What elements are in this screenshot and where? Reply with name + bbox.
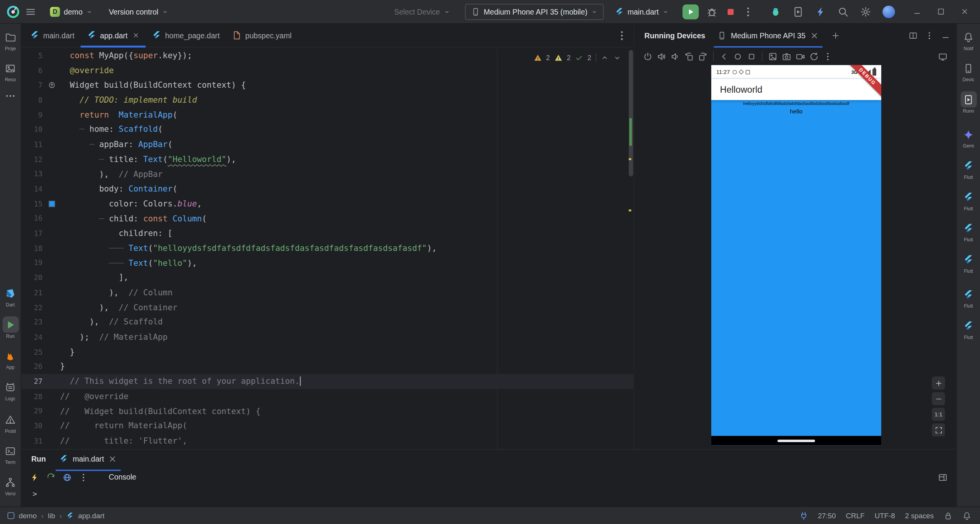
search-icon[interactable] — [838, 6, 849, 17]
code-line[interactable]: 17 children: [ — [21, 226, 634, 241]
code-line[interactable]: 25 } — [21, 344, 634, 359]
tool-stripe-resource-manager[interactable]: Reso — [0, 60, 21, 83]
line-number[interactable]: 12 — [21, 155, 44, 164]
zoom-in-button[interactable] — [932, 377, 945, 390]
tool-stripe-project[interactable]: Proje — [0, 29, 21, 51]
tool-stripe-more-tool-windows[interactable] — [0, 88, 21, 104]
phone-nav-bar[interactable] — [711, 436, 881, 445]
line-number[interactable]: 22 — [21, 303, 44, 312]
override-marker-icon[interactable] — [48, 82, 56, 89]
debug-button[interactable] — [706, 6, 717, 17]
run-config-dropdown[interactable]: main.dart — [611, 3, 673, 20]
volume-down-icon[interactable] — [670, 50, 681, 62]
code-line[interactable]: 7 Widget build(BuildContext context) { — [21, 78, 634, 93]
line-number[interactable]: 21 — [21, 288, 44, 297]
line-number[interactable]: 9 — [21, 110, 44, 119]
hot-restart-icon[interactable] — [46, 472, 56, 481]
caret-position[interactable]: 27:50 — [818, 512, 836, 519]
code-line[interactable]: 22 ), // Container — [21, 300, 634, 315]
notifications-icon[interactable] — [962, 511, 971, 520]
main-menu-icon[interactable] — [25, 6, 36, 17]
code-line[interactable]: 29// Widget build(BuildContext context) … — [21, 404, 634, 419]
code-line[interactable]: 20 ], — [21, 270, 634, 285]
maximize-button[interactable] — [931, 0, 950, 23]
rotate-right-icon[interactable] — [697, 50, 709, 62]
tool-stripe-run[interactable]: Run — [0, 316, 21, 339]
add-device-icon[interactable] — [831, 31, 840, 40]
tab-main-dart[interactable]: main.dart — [24, 23, 81, 47]
device-settings-icon[interactable] — [822, 50, 834, 62]
tool-stripe-version-control[interactable]: Versi — [0, 474, 21, 497]
tool-stripe-flutter-coverage[interactable]: Flutt — [957, 318, 980, 340]
select-device-dropdown[interactable]: Select Device — [390, 3, 454, 20]
profiler-icon[interactable] — [815, 6, 826, 17]
stop-button[interactable] — [726, 7, 735, 16]
code-line[interactable]: 10 ─ home: Scaffold( — [21, 122, 634, 137]
close-tab-icon[interactable] — [108, 455, 117, 463]
line-number[interactable]: 15 — [21, 199, 44, 208]
code-line[interactable]: 31// title: 'Flutter', — [21, 433, 634, 448]
line-number[interactable]: 28 — [21, 392, 44, 401]
device-screen[interactable]: 11:27 3G DEBUG Helloworld hell — [711, 65, 881, 445]
tab-pubspec-yaml[interactable]: pubspec.yaml — [226, 23, 298, 47]
line-number[interactable]: 10 — [21, 125, 44, 134]
crumb-project[interactable]: demo — [19, 512, 37, 519]
code-line[interactable]: 6 @override — [21, 63, 634, 78]
close-tab-icon[interactable] — [132, 32, 139, 39]
home-icon[interactable] — [732, 50, 744, 62]
gutter[interactable] — [44, 82, 60, 89]
line-number[interactable]: 18 — [21, 244, 44, 252]
line-number[interactable]: 19 — [21, 259, 44, 267]
camera-icon[interactable] — [781, 50, 792, 62]
code-line[interactable]: 21 ), // Column — [21, 285, 634, 300]
tool-stripe-device-manager[interactable]: Devic — [957, 60, 980, 83]
tab-options-icon[interactable] — [616, 30, 627, 41]
line-number[interactable]: 6 — [21, 66, 44, 75]
run-tab-main-dart[interactable]: main.dart — [56, 447, 121, 471]
line-number[interactable]: 26 — [21, 362, 44, 371]
code-editor[interactable]: 5 const MyApp({super.key});6 @override7 … — [21, 48, 634, 449]
line-number[interactable]: 25 — [21, 347, 44, 356]
user-avatar[interactable] — [882, 5, 895, 18]
power-icon[interactable] — [642, 50, 654, 62]
file-encoding[interactable]: UTF-8 — [875, 512, 895, 519]
tool-stripe-running-devices[interactable]: Runn — [957, 91, 980, 114]
code-line[interactable]: 8 // TODO: implement build — [21, 93, 634, 108]
code-line[interactable]: 19 ─── Text("hello"), — [21, 255, 634, 270]
hot-reload-icon[interactable] — [30, 472, 39, 481]
code-line[interactable]: 18 ─── Text("helloyydsfsdfafsdfdfadsfads… — [21, 241, 634, 255]
tool-stripe-app-quality-insights[interactable]: App — [0, 348, 21, 370]
tool-stripe-notifications[interactable]: Notif — [957, 29, 980, 51]
tool-stripe-flutter-outline[interactable]: Flutt — [957, 157, 980, 180]
console-output[interactable]: > — [21, 486, 956, 506]
close-tab-icon[interactable] — [810, 31, 819, 40]
device-dropdown[interactable]: Medium Phone API 35 (mobile) — [465, 3, 604, 20]
tool-stripe-logcat[interactable]: Logc — [0, 379, 21, 401]
line-number[interactable]: 23 — [21, 318, 44, 327]
device-tab[interactable]: Medium Phone API 35 — [714, 24, 822, 47]
code-line[interactable]: 15 color: Colors.blue, — [21, 196, 634, 211]
code-line[interactable]: 30// return MaterialApp( — [21, 419, 634, 434]
open-devtools-icon[interactable] — [62, 472, 72, 481]
run-button[interactable] — [683, 4, 699, 19]
tool-stripe-flutter-inspector[interactable]: Flutt — [957, 189, 980, 211]
code-line[interactable]: 26} — [21, 359, 634, 374]
tab-app-dart[interactable]: app.dart — [81, 23, 146, 47]
gutter[interactable] — [44, 201, 60, 207]
minimize-button[interactable] — [908, 0, 926, 23]
layout-settings-icon[interactable] — [938, 472, 947, 481]
indent-setting[interactable]: 2 spaces — [905, 512, 934, 519]
line-ending[interactable]: CRLF — [846, 512, 865, 519]
overview-icon[interactable] — [746, 50, 758, 62]
tab-home-page-dart[interactable]: home_page.dart — [146, 23, 226, 47]
tool-stripe-flutter-performance[interactable]: Flutt — [957, 220, 980, 243]
volume-up-icon[interactable] — [656, 50, 668, 62]
close-button[interactable] — [955, 0, 974, 23]
tool-stripe-dart-analysis[interactable]: Dart — [0, 285, 21, 308]
line-number[interactable]: 11 — [21, 140, 44, 149]
dart-analysis-server-icon[interactable] — [799, 511, 808, 520]
split-view-icon[interactable] — [909, 31, 918, 40]
crumb-file[interactable]: app.dart — [78, 512, 105, 519]
device-manager-icon[interactable] — [792, 6, 804, 17]
panel-options-icon[interactable] — [925, 31, 934, 40]
